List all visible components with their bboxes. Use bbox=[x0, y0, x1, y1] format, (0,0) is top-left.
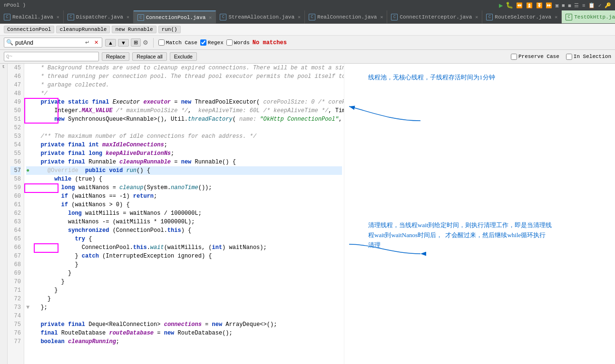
breadcrumb-cleanuprunnnable[interactable]: cleanupRunnable bbox=[56, 26, 110, 33]
preserve-case-wrap[interactable]: Preserve Case bbox=[511, 54, 559, 60]
ide-window: nPool ) ▶ 🐛 ⏪ ⏫ ⏬ ⏩ ▣ ■ ◼ ☰ ≡ 📋 ✓ 🔑 C Re… bbox=[0, 0, 615, 364]
code-line-50: Integer.MAX_VALUE /* maximumPoolSize */,… bbox=[26, 106, 342, 115]
exclude-button[interactable]: Exclude bbox=[170, 52, 197, 61]
regex-label: Regex bbox=[208, 40, 224, 46]
breadcrumb-run[interactable]: run() bbox=[158, 26, 181, 33]
code-line-65: try { bbox=[26, 235, 342, 243]
regex-checkbox-wrap[interactable]: Regex bbox=[200, 39, 224, 46]
left-sidebar: t bbox=[0, 64, 8, 364]
code-line-66: ConnectionPool.this.wait(waitMillis, (in… bbox=[26, 243, 342, 252]
search-controls: ▲ ▼ ⊞ ⚙ bbox=[105, 38, 148, 47]
search-settings-btn[interactable]: ⚙ bbox=[143, 39, 148, 46]
code-line-63: waitNanos -= (waitMillis * 1000000L); bbox=[26, 218, 342, 226]
tab-icon: C bbox=[391, 14, 398, 20]
search-input-wrap: 🔍 ↵ ✕ bbox=[4, 38, 102, 48]
words-checkbox[interactable] bbox=[226, 39, 233, 46]
code-line-58: while (true) { bbox=[26, 175, 342, 183]
tab-label: TestOkHttp.java bbox=[574, 14, 615, 20]
close-icon[interactable]: ✕ bbox=[555, 14, 557, 20]
tab-realcall[interactable]: C RealCall.java ✕ bbox=[0, 10, 64, 23]
code-line-48: */ bbox=[26, 89, 342, 98]
close-icon[interactable]: ✕ bbox=[57, 14, 59, 20]
code-line-69: } bbox=[26, 269, 342, 278]
prev-match-btn[interactable]: ▲ bbox=[105, 39, 116, 47]
code-line-46: * thread running per connection pool. Th… bbox=[26, 72, 342, 81]
search-enter-btn[interactable]: ↵ bbox=[84, 39, 91, 46]
find-word-btn[interactable]: ⊞ bbox=[131, 38, 141, 47]
code-line-45: * Background threads are used to cleanup… bbox=[26, 64, 342, 72]
tab-label: RealCall.java bbox=[12, 14, 53, 20]
code-line-54: private final int maxIdleConnections; bbox=[26, 141, 342, 149]
annotation-panel: 线程池，无核心线程，子线程存活时间为1分钟 清理线程，当线程wait到给定时间，… bbox=[344, 64, 615, 364]
code-area[interactable]: * Background threads are used to cleanup… bbox=[24, 64, 344, 364]
code-line-53: /** The maximum number of idle connectio… bbox=[26, 132, 342, 141]
toolbar-icons: ⏪ ⏫ ⏬ ⏩ ▣ ■ ◼ ☰ ≡ 📋 ✓ 🔑 bbox=[516, 2, 611, 9]
close-icon[interactable]: ✕ bbox=[127, 14, 129, 20]
annotation-text-2: 清理线程，当线程wait到给定时间，则执行清理工作，即是当清理线 程wait到w… bbox=[368, 220, 552, 250]
close-icon[interactable]: ✕ bbox=[380, 14, 383, 20]
title-text: nPool ) bbox=[4, 2, 26, 8]
regex-checkbox[interactable] bbox=[200, 39, 206, 46]
breadcrumb-new-runnable[interactable]: new Runnable bbox=[112, 26, 156, 33]
code-line-52 bbox=[26, 124, 342, 132]
code-line-49: private static final Executor executor =… bbox=[26, 98, 342, 106]
tab-label: ConnectInterceptor.java bbox=[400, 14, 472, 20]
words-checkbox-wrap[interactable]: Words bbox=[226, 39, 250, 46]
tab-routeselector[interactable]: C RouteSelector.java ✕ bbox=[482, 10, 562, 23]
words-label: Words bbox=[234, 40, 250, 46]
code-line-47: * garbage collected. bbox=[26, 81, 342, 89]
code-line-67: } catch (InterruptedException ignored) { bbox=[26, 252, 342, 260]
close-icon[interactable]: ✕ bbox=[475, 14, 478, 20]
search-input[interactable] bbox=[15, 39, 82, 46]
code-line-62: long waitMillis = waitNanos / 1000000L; bbox=[26, 209, 342, 218]
close-icon[interactable]: ✕ bbox=[209, 15, 212, 20]
in-selection-label: In Selection bbox=[574, 54, 611, 59]
replace-all-button[interactable]: Replace all bbox=[132, 52, 166, 61]
tab-icon: C bbox=[486, 14, 493, 20]
code-line-77: boolean cleanupRunning; bbox=[26, 337, 342, 346]
annotation-text-1: 线程池，无核心线程，子线程存活时间为1分钟 bbox=[368, 73, 495, 82]
in-selection-wrap[interactable]: In Selection bbox=[566, 54, 611, 60]
code-line-64: synchronized (ConnectionPool.this) { bbox=[26, 226, 342, 235]
next-match-btn[interactable]: ▼ bbox=[118, 39, 129, 47]
tab-icon: C bbox=[220, 14, 226, 20]
replace-input[interactable] bbox=[14, 53, 95, 60]
no-matches-badge: No matches bbox=[253, 39, 287, 46]
tab-icon: C bbox=[566, 14, 572, 20]
run-icon[interactable]: ▶ bbox=[499, 1, 503, 10]
tab-testokhttp[interactable]: C TestOkHttp.java ✕ bbox=[562, 10, 615, 23]
tab-label: RouteSelector.java bbox=[495, 14, 551, 20]
tab-label: Dispatcher.java bbox=[76, 14, 123, 20]
tab-realconnection[interactable]: C RealConnection.java ✕ bbox=[305, 10, 387, 23]
close-icon[interactable]: ✕ bbox=[298, 14, 301, 20]
tab-dispatcher[interactable]: C Dispatcher.java ✕ bbox=[64, 10, 134, 23]
tab-icon: C bbox=[4, 14, 10, 20]
tab-label: RealConnection.java bbox=[317, 14, 377, 20]
code-line-56: private final Runnable cleanupRunnable =… bbox=[26, 158, 342, 166]
breadcrumb-bar: ConnectionPool cleanupRunnable new Runna… bbox=[0, 24, 615, 36]
preserve-case-checkbox[interactable] bbox=[511, 54, 517, 60]
code-line-74 bbox=[26, 312, 342, 320]
code-line-55: private final long keepAliveDurationNs; bbox=[26, 149, 342, 158]
match-case-checkbox-wrap[interactable]: Match Case bbox=[158, 39, 197, 46]
tab-connectinterceptor[interactable]: C ConnectInterceptor.java ✕ bbox=[387, 10, 482, 23]
in-selection-checkbox[interactable] bbox=[566, 54, 572, 60]
code-line-76: final RouteDatabase routeDatabase = new … bbox=[26, 329, 342, 337]
code-line-72: } bbox=[26, 295, 342, 303]
search-mag-icon: 🔍 bbox=[6, 39, 13, 46]
match-case-checkbox[interactable] bbox=[158, 39, 165, 46]
tab-label: StreamAllocation.java bbox=[228, 14, 294, 20]
line-numbers: 45 46 47 48 49 50 51 52 53 54 55 56 57 5… bbox=[8, 64, 24, 364]
tab-streamallocation[interactable]: C StreamAllocation.java ✕ bbox=[216, 10, 305, 23]
replace-button[interactable]: Replace bbox=[102, 52, 129, 61]
tab-connectionpool[interactable]: C ConnectionPool.java ✕ bbox=[134, 10, 216, 23]
breadcrumb-connectionpool[interactable]: ConnectionPool bbox=[4, 26, 54, 33]
code-line-73: ▼ }; bbox=[26, 303, 342, 312]
debug-icon[interactable]: 🐛 bbox=[506, 1, 513, 9]
arrow-svg-1 bbox=[344, 92, 439, 140]
title-bar: nPool ) ▶ 🐛 ⏪ ⏫ ⏬ ⏩ ▣ ■ ◼ ☰ ≡ 📋 ✓ 🔑 bbox=[0, 0, 615, 10]
code-line-71: } bbox=[26, 286, 342, 295]
preserve-case-label: Preserve Case bbox=[518, 54, 559, 59]
search-clear-btn[interactable]: ✕ bbox=[93, 39, 100, 46]
tab-bar: C RealCall.java ✕ C Dispatcher.java ✕ C … bbox=[0, 10, 615, 24]
